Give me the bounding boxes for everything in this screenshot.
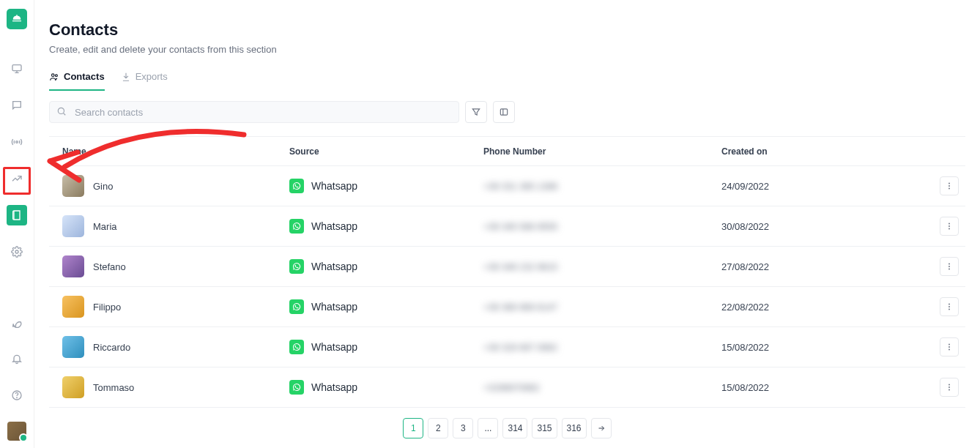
filter-button[interactable] bbox=[465, 101, 487, 123]
svg-point-26 bbox=[949, 389, 950, 391]
sidebar-item-chat[interactable] bbox=[7, 95, 27, 116]
sidebar-item-settings[interactable] bbox=[7, 242, 27, 262]
contact-avatar bbox=[62, 296, 84, 318]
svg-point-19 bbox=[949, 306, 950, 307]
tab-contacts-label: Contacts bbox=[64, 71, 105, 82]
contact-avatar bbox=[62, 215, 84, 237]
people-icon bbox=[49, 72, 59, 82]
page-button[interactable]: 316 bbox=[562, 418, 587, 438]
contact-name: Filippo bbox=[93, 302, 121, 313]
page-button[interactable]: 315 bbox=[532, 418, 557, 438]
whatsapp-badge bbox=[289, 219, 304, 234]
page-title: Contacts bbox=[49, 20, 965, 40]
svg-point-11 bbox=[949, 188, 950, 190]
contact-name: Gino bbox=[93, 181, 113, 192]
sidebar-item-monitor[interactable] bbox=[7, 59, 27, 79]
svg-point-24 bbox=[949, 384, 950, 386]
dots-vertical-icon bbox=[944, 382, 954, 392]
svg-point-4 bbox=[17, 397, 18, 398]
table-row[interactable]: Gino Whatsapp +39 331 365 1388 24/09/202… bbox=[49, 166, 965, 206]
phone-number: +39 349 232 9815 bbox=[483, 262, 557, 272]
svg-point-12 bbox=[949, 223, 950, 225]
created-date: 30/08/2022 bbox=[721, 221, 769, 232]
search-icon bbox=[56, 106, 67, 116]
svg-point-21 bbox=[949, 344, 950, 346]
contact-avatar bbox=[62, 376, 84, 398]
row-actions-button[interactable] bbox=[940, 217, 959, 236]
contact-avatar bbox=[62, 255, 84, 277]
svg-rect-8 bbox=[500, 109, 507, 115]
sidebar-item-help[interactable] bbox=[7, 385, 27, 406]
page-button[interactable]: 3 bbox=[453, 418, 473, 438]
svg-point-20 bbox=[949, 309, 950, 310]
table-row[interactable]: Tommaso Whatsapp +3296970962 15/08/2022 bbox=[49, 367, 965, 408]
table-row[interactable]: Maria Whatsapp +39 345 586 9555 30/08/20… bbox=[49, 206, 965, 247]
tab-contacts[interactable]: Contacts bbox=[49, 71, 105, 91]
phone-number: +39 345 586 9555 bbox=[483, 222, 557, 232]
phone-number: +39 369 969 8147 bbox=[483, 302, 557, 313]
download-icon bbox=[121, 72, 131, 82]
source-label: Whatsapp bbox=[311, 341, 357, 353]
user-avatar[interactable] bbox=[7, 422, 26, 441]
source-label: Whatsapp bbox=[311, 301, 357, 313]
tab-exports[interactable]: Exports bbox=[121, 71, 168, 91]
contact-name: Maria bbox=[93, 221, 117, 232]
panel-icon bbox=[499, 107, 509, 117]
columns-button[interactable] bbox=[493, 101, 515, 123]
svg-point-1 bbox=[16, 141, 18, 143]
monitor-icon bbox=[11, 63, 23, 75]
source-label: Whatsapp bbox=[311, 261, 357, 272]
tabs: Contacts Exports bbox=[49, 71, 965, 91]
table-row[interactable]: Filippo Whatsapp +39 369 969 8147 22/08/… bbox=[49, 287, 965, 327]
svg-point-10 bbox=[949, 185, 950, 187]
svg-point-16 bbox=[949, 266, 950, 267]
phone-number: +39 331 365 1388 bbox=[483, 182, 557, 192]
table-header: Name Source Phone Number Created on bbox=[49, 137, 965, 166]
sidebar bbox=[0, 0, 34, 448]
whatsapp-badge bbox=[289, 340, 304, 354]
page-button[interactable]: 1 bbox=[403, 418, 423, 438]
phone-number: +39 329 697 0982 bbox=[483, 343, 557, 353]
sidebar-item-broadcast[interactable] bbox=[7, 132, 27, 152]
page-button[interactable]: 314 bbox=[502, 418, 527, 438]
table-row[interactable]: Riccardo Whatsapp +39 329 697 0982 15/08… bbox=[49, 327, 965, 367]
table-row[interactable]: Stefano Whatsapp +39 349 232 9815 27/08/… bbox=[49, 247, 965, 287]
sidebar-item-trends[interactable] bbox=[7, 168, 27, 189]
sidebar-item-notifications[interactable] bbox=[7, 348, 27, 369]
svg-point-7 bbox=[58, 108, 64, 113]
search-input[interactable] bbox=[49, 101, 459, 123]
col-created: Created on bbox=[708, 146, 921, 157]
app-logo[interactable] bbox=[7, 9, 27, 29]
row-actions-button[interactable] bbox=[940, 337, 959, 356]
page-next-button[interactable] bbox=[591, 418, 612, 438]
sidebar-item-whatsapp[interactable] bbox=[7, 312, 27, 332]
svg-point-15 bbox=[949, 264, 950, 265]
row-actions-button[interactable] bbox=[940, 297, 959, 316]
sidebar-item-contacts[interactable] bbox=[7, 205, 27, 225]
svg-point-2 bbox=[15, 250, 18, 253]
gear-icon bbox=[11, 246, 23, 258]
col-source: Source bbox=[276, 146, 470, 157]
help-icon bbox=[11, 389, 23, 401]
row-actions-button[interactable] bbox=[940, 378, 959, 397]
phone-number: +3296970962 bbox=[483, 383, 540, 393]
chat-icon bbox=[11, 100, 23, 111]
page-ellipsis: ... bbox=[478, 418, 498, 438]
pagination: 123...314315316 bbox=[49, 418, 965, 438]
dots-vertical-icon bbox=[944, 342, 954, 352]
svg-point-22 bbox=[949, 346, 950, 348]
contact-avatar bbox=[62, 336, 84, 358]
created-date: 24/09/2022 bbox=[721, 181, 769, 192]
row-actions-button[interactable] bbox=[940, 176, 959, 195]
trend-icon bbox=[11, 173, 23, 184]
contact-name: Stefano bbox=[93, 261, 126, 272]
svg-point-13 bbox=[949, 225, 950, 227]
svg-rect-0 bbox=[12, 65, 21, 71]
row-actions-button[interactable] bbox=[940, 257, 959, 276]
tab-exports-label: Exports bbox=[136, 71, 168, 82]
page-button[interactable]: 2 bbox=[428, 418, 448, 438]
main-content: Contacts Create, edit and delete your co… bbox=[34, 0, 980, 448]
svg-point-9 bbox=[949, 183, 950, 184]
arrow-right-icon bbox=[597, 424, 606, 433]
dots-vertical-icon bbox=[944, 221, 954, 231]
